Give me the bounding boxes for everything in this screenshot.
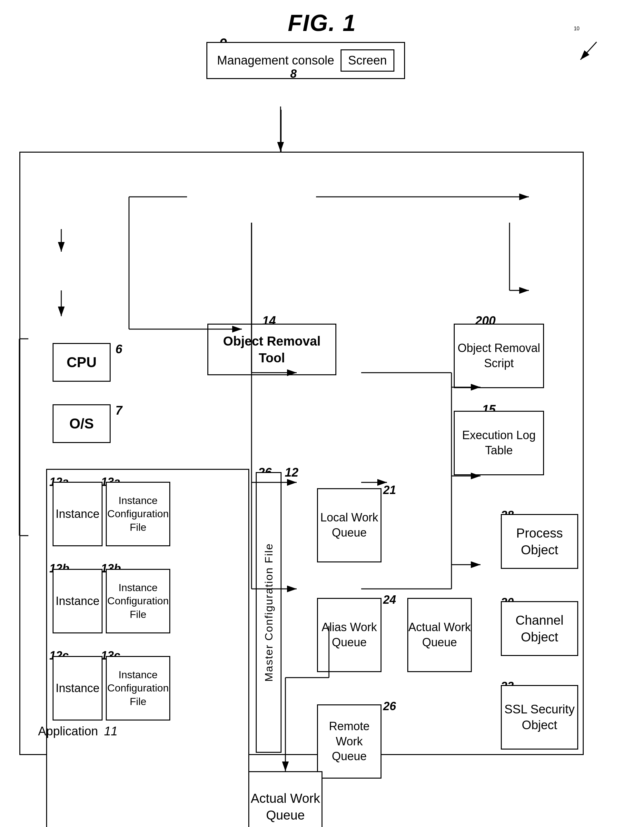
config-box-a: Instance Configuration File [106, 482, 170, 546]
ref-24-label: 24 [383, 593, 396, 607]
ref-10-label: 10 [574, 26, 580, 32]
ref-21-label: 21 [383, 483, 396, 497]
os-box: O/S [53, 404, 110, 443]
ref-12-label: 12 [285, 466, 298, 479]
instance-box-a: Instance [53, 482, 103, 546]
main-system-box: CPU 6 O/S 7 14 Object Removal Tool 200 O… [19, 151, 584, 755]
ref-7-label: 7 [115, 404, 122, 418]
master-config-file-box: Master Configuration File [256, 472, 282, 753]
object-removal-tool-box: Object Removal Tool [207, 324, 336, 375]
instance-box-b: Instance [53, 569, 103, 634]
management-console-box: Management console Screen [206, 42, 405, 79]
config-box-b: Instance Configuration File [106, 569, 170, 634]
remote-work-queue-box: Remote Work Queue [317, 704, 381, 779]
master-config-file-text: Master Configuration File [263, 543, 275, 682]
screen-box: Screen [341, 49, 394, 72]
ref-6-label: 6 [115, 342, 122, 356]
svg-line-2 [580, 42, 597, 60]
ref-26b-label: 26 [383, 699, 396, 713]
actual-work-queue-bottom-box: Actual Work Queue [248, 771, 322, 827]
instance-group-c: Instance Instance Configuration File [53, 656, 170, 721]
instance-box-c: Instance [53, 656, 103, 721]
actual-work-queue-mid-box: Actual Work Queue [407, 598, 472, 672]
page: FIG. 1 10 9 Management console Screen 8 … [0, 0, 644, 827]
application-label-text: Application 11 [38, 724, 118, 738]
instance-group-a: Instance Instance Configuration File [53, 482, 170, 546]
object-removal-script-box: Object Removal Script [454, 324, 544, 388]
connector-mgmt-to-main [280, 110, 282, 151]
ref-8-label: 8 [290, 67, 297, 81]
config-box-c: Instance Configuration File [106, 656, 170, 721]
cpu-box: CPU [53, 343, 110, 382]
execution-log-table-box: Execution Log Table [454, 411, 544, 475]
instance-group-b: Instance Instance Configuration File [53, 569, 170, 634]
alias-work-queue-box: Alias Work Queue [317, 598, 381, 672]
ssl-security-object-box: SSL Security Object [501, 685, 578, 749]
channel-object-box: Channel Object [501, 601, 578, 656]
process-object-box: Process Object [501, 514, 578, 569]
management-console-text: Management console [217, 53, 334, 69]
figure-title: FIG. 1 [288, 10, 356, 36]
local-work-queue-box: Local Work Queue [317, 488, 381, 562]
